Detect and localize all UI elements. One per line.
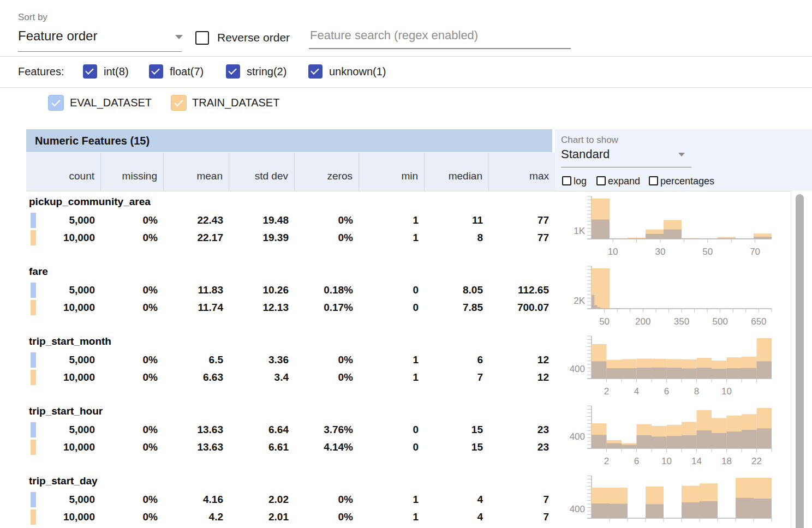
filter-checkbox-float[interactable] — [149, 64, 163, 79]
stat-cell-count: 5,000 — [26, 421, 101, 439]
filter-label-unknown: unknown(1) — [329, 65, 386, 78]
features-filter-label: Features: — [18, 65, 64, 78]
svg-text:70: 70 — [750, 247, 760, 257]
dropdown-underline — [561, 167, 691, 167]
numeric-features-title-band: Numeric Features (15) — [26, 129, 552, 152]
stat-cell-count: 10,000 — [26, 299, 101, 316]
stat-cell-zeros: 0% — [295, 491, 359, 508]
sort-by-dropdown[interactable]: Feature order — [18, 28, 182, 53]
divider — [26, 191, 791, 191]
dataset-stat-row: 5,0000%22.4319.480%11177 — [26, 212, 555, 229]
eval-dataset-checkbox[interactable] — [48, 95, 64, 111]
svg-text:400: 400 — [570, 504, 585, 514]
chart-type-dropdown[interactable]: Standard — [561, 147, 691, 168]
chart-to-show-label: Chart to show — [561, 135, 618, 146]
stat-cell-missing: 0% — [101, 351, 164, 369]
train-dataset-swatch — [31, 230, 36, 245]
sort-by-label: Sort by — [18, 12, 47, 23]
stat-cell-min: 0 — [359, 299, 425, 316]
stat-cell-mean: 4.2 — [164, 508, 229, 526]
chevron-down-icon — [175, 35, 183, 39]
feature-block-fare: fare5,0000%11.8310.260.18%08.05112.6510,… — [26, 262, 555, 332]
svg-text:50: 50 — [599, 316, 610, 327]
reverse-order-label: Reverse order — [217, 31, 290, 44]
stat-cell-missing: 0% — [101, 281, 164, 299]
feature-block-pickup_community_area: pickup_community_area5,0000%22.4319.480%… — [26, 192, 555, 262]
train-dataset-checkbox[interactable] — [171, 95, 187, 111]
filter-checkbox-int[interactable] — [83, 64, 97, 79]
filter-checkbox-string[interactable] — [226, 64, 240, 79]
stat-cell-mean: 22.43 — [164, 212, 229, 229]
stat-cell-std-dev: 3.36 — [229, 351, 295, 369]
stat-cell-count: 10,000 — [26, 508, 101, 526]
stat-cell-median: 7 — [425, 369, 489, 386]
svg-text:500: 500 — [713, 316, 728, 327]
stat-cell-std-dev: 2.02 — [229, 491, 295, 508]
stat-cell-min: 1 — [359, 508, 425, 526]
stat-cell-count: 5,000 — [26, 351, 101, 369]
dataset-stat-row: 10,0000%11.7412.130.17%07.85700.07 — [26, 299, 555, 316]
feature-name: fare — [26, 262, 555, 281]
filter-checkbox-unknown[interactable] — [308, 64, 323, 79]
svg-text:2: 2 — [604, 386, 609, 397]
stat-cell-min: 1 — [359, 212, 425, 229]
stat-cell-std-dev: 6.61 — [229, 439, 295, 456]
stat-cell-median: 7.85 — [425, 299, 489, 316]
stat-cell-max: 7 — [489, 508, 555, 526]
stat-cell-mean: 4.16 — [164, 491, 229, 508]
stat-cell-std-dev: 6.64 — [229, 421, 295, 439]
stat-cell-missing: 0% — [101, 299, 164, 316]
svg-text:10: 10 — [721, 386, 732, 397]
stat-cell-zeros: 0% — [295, 508, 359, 526]
eval-dataset-swatch — [31, 213, 36, 228]
column-header-missing: missing — [101, 153, 164, 191]
stat-cell-zeros: 0% — [295, 351, 359, 369]
svg-text:400: 400 — [570, 364, 585, 374]
stat-cell-mean: 11.74 — [164, 299, 229, 316]
stat-cell-zeros: 0% — [295, 369, 359, 386]
stat-cell-zeros: 0.17% — [295, 299, 359, 316]
svg-text:50: 50 — [702, 247, 713, 257]
svg-text:6: 6 — [634, 456, 639, 466]
dropdown-underline — [18, 51, 182, 52]
column-header-std-dev: std dev — [229, 153, 295, 191]
stat-cell-count: 10,000 — [26, 439, 101, 456]
column-header-median: median — [425, 153, 489, 191]
scrollbar-thumb[interactable] — [796, 194, 804, 528]
svg-text:14: 14 — [691, 456, 702, 466]
column-header-mean: mean — [164, 153, 229, 191]
filter-label-int: int(8) — [104, 65, 129, 78]
stat-cell-std-dev: 19.39 — [229, 229, 295, 247]
stat-cell-min: 1 — [359, 229, 425, 247]
column-header-zeros: zeros — [295, 153, 359, 191]
percentages-checkbox[interactable] — [649, 176, 658, 185]
stat-cell-mean: 6.5 — [164, 351, 229, 369]
numeric-features-title: Numeric Features (15) — [26, 129, 552, 152]
feature-search-input[interactable] — [309, 28, 571, 49]
dataset-stat-row: 5,0000%11.8310.260.18%08.05112.65 — [26, 281, 555, 299]
stat-cell-zeros: 3.76% — [295, 421, 359, 439]
svg-text:8: 8 — [694, 386, 699, 397]
svg-text:6: 6 — [664, 386, 669, 397]
expand-checkbox[interactable] — [596, 176, 606, 185]
eval-dataset-swatch — [31, 283, 36, 298]
dataset-stat-row: 5,0000%4.162.020%147 — [26, 491, 555, 508]
feature-name: trip_start_month — [26, 332, 555, 351]
reverse-order-checkbox[interactable] — [195, 31, 209, 45]
stat-cell-std-dev: 2.01 — [229, 508, 295, 526]
svg-text:400: 400 — [570, 431, 585, 442]
svg-text:2: 2 — [604, 456, 609, 466]
percentages-label: percentages — [660, 176, 714, 187]
log-checkbox[interactable] — [562, 176, 571, 185]
feature-histogram-trip_start_hour: 2610141822400 — [555, 401, 791, 471]
eval-dataset-swatch — [31, 422, 36, 437]
stat-cell-missing: 0% — [101, 229, 164, 247]
feature-block-trip_start_hour: trip_start_hour5,0000%13.636.643.76%0152… — [26, 401, 555, 471]
feature-histogram-fare: 502003505006502K — [555, 262, 791, 332]
svg-text:350: 350 — [674, 316, 689, 327]
feature-histograms: 103050701K502003505006502K24681040026101… — [555, 192, 791, 528]
stat-cell-mean: 6.63 — [164, 369, 229, 386]
feature-histogram-trip_start_month: 246810400 — [555, 332, 791, 401]
feature-name: trip_start_hour — [26, 401, 555, 421]
stat-cell-max: 12 — [489, 351, 555, 369]
